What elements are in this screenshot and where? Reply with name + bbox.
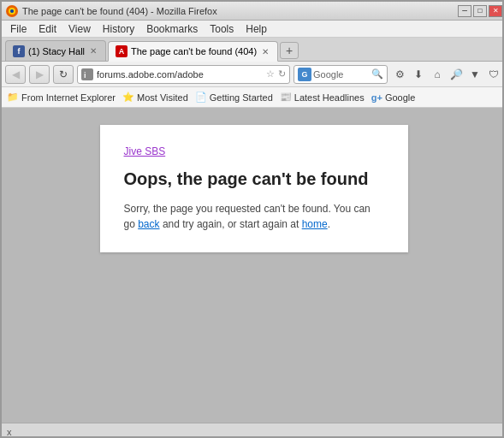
google-icon: G: [298, 68, 311, 81]
address-reload-icon[interactable]: ↻: [278, 68, 286, 80]
error-middle-text: and try again, or start again at: [160, 218, 302, 230]
menu-bar: File Edit View History Bookmarks Tools H…: [2, 21, 504, 38]
tab-bar: f (1) Stacy Hall ✕ A The page can't be f…: [2, 38, 504, 62]
nav-right-icons: ⚙ ⬇ ⌂ 🔎 ▼ 🛡: [391, 65, 502, 84]
tab-close-adobe[interactable]: ✕: [260, 47, 270, 56]
browser-window: The page can't be found (404) - Mozilla …: [2, 2, 504, 438]
minimize-button[interactable]: ─: [458, 5, 471, 17]
home-icon[interactable]: ⌂: [429, 65, 446, 84]
back-button[interactable]: ◀: [5, 65, 26, 84]
bookmark-start-label: Getting Started: [210, 92, 273, 103]
bookmark-most-icon: ⭐: [122, 92, 134, 103]
search-bar[interactable]: G Google 🔍: [294, 65, 388, 84]
svg-text:i: i: [84, 71, 86, 80]
bookmark-from-ie[interactable]: 📁 From Internet Explorer: [7, 92, 116, 103]
new-tab-button[interactable]: +: [280, 42, 299, 59]
window-title: The page can't be found (404) - Mozilla …: [22, 6, 217, 16]
bookmark-start-icon: 📄: [195, 92, 207, 103]
bookmark-most-label: Most Visited: [137, 92, 188, 103]
menu-bookmarks[interactable]: Bookmarks: [141, 21, 203, 37]
tab-adobe[interactable]: A The page can't be found (404) ✕: [108, 41, 278, 62]
search-placeholder: Google: [313, 69, 370, 80]
menu-history[interactable]: History: [98, 21, 139, 37]
menu-tools[interactable]: Tools: [205, 21, 239, 37]
bookmark-latest-headlines[interactable]: 📰 Latest Headlines: [280, 92, 365, 103]
bookmark-news-icon: 📰: [280, 92, 292, 103]
maximize-button[interactable]: □: [473, 5, 487, 17]
title-bar: The page can't be found (404) - Mozilla …: [2, 2, 504, 21]
address-favicon: i: [81, 68, 93, 80]
bookmark-most-visited[interactable]: ⭐ Most Visited: [122, 92, 188, 103]
bookmark-google[interactable]: g+ Google: [371, 92, 416, 103]
title-bar-controls: ─ □ ✕: [458, 5, 502, 17]
forward-button[interactable]: ▶: [29, 65, 50, 84]
address-star-icon[interactable]: ☆: [266, 68, 275, 80]
menu-edit[interactable]: Edit: [33, 21, 62, 37]
menu-file[interactable]: File: [5, 21, 32, 37]
zoom-icon[interactable]: 🔎: [448, 65, 465, 84]
close-button[interactable]: ✕: [489, 5, 502, 17]
address-bar[interactable]: i forums.adobe.com/adobe ☆ ↻: [77, 65, 290, 84]
error-card: Jive SBS Oops, the page can't be found S…: [100, 125, 408, 252]
status-text: x: [7, 427, 12, 437]
bookmark-google-label: Google: [385, 92, 415, 103]
bookmark-ie-label: From Internet Explorer: [21, 92, 116, 103]
firefox-icon: [5, 4, 19, 18]
bookmark-getting-started[interactable]: 📄 Getting Started: [195, 92, 273, 103]
bookmark-news-label: Latest Headlines: [294, 92, 365, 103]
tab-favicon-facebook: f: [13, 45, 25, 57]
tab-label-adobe: The page can't be found (404): [131, 46, 257, 56]
address-url: forums.adobe.com/adobe: [97, 69, 263, 80]
home-link[interactable]: home: [302, 218, 328, 230]
search-mag-icon[interactable]: 🔍: [371, 68, 383, 80]
error-breadcrumb[interactable]: Jive SBS: [124, 145, 384, 157]
refresh-button[interactable]: ↻: [53, 65, 74, 84]
tab-facebook[interactable]: f (1) Stacy Hall ✕: [5, 40, 106, 61]
error-title: Oops, the page can't be found: [124, 169, 384, 189]
nav-bar: ◀ ▶ ↻ i forums.adobe.com/adobe ☆ ↻ G Goo…: [2, 62, 504, 87]
shield-icon[interactable]: 🛡: [485, 65, 502, 84]
bookmark-ie-icon: 📁: [7, 92, 19, 103]
download-icon[interactable]: ⬇: [410, 65, 427, 84]
bookmark-google-icon: g+: [371, 92, 382, 103]
back-link[interactable]: back: [138, 218, 159, 230]
tab-favicon-adobe: A: [116, 45, 127, 57]
menu-help[interactable]: Help: [240, 21, 272, 37]
error-end-text: .: [328, 218, 330, 230]
title-bar-left: The page can't be found (404) - Mozilla …: [5, 4, 217, 18]
status-bar: x: [2, 423, 504, 438]
tab-label-facebook: (1) Stacy Hall: [28, 46, 85, 56]
bookmarks-bar: 📁 From Internet Explorer ⭐ Most Visited …: [2, 87, 504, 108]
tab-close-facebook[interactable]: ✕: [88, 46, 98, 56]
more-icon[interactable]: ▼: [466, 65, 483, 84]
error-body: Sorry, the page you requested can't be f…: [124, 201, 384, 232]
svg-point-2: [10, 9, 14, 13]
menu-view[interactable]: View: [63, 21, 96, 37]
settings-icon[interactable]: ⚙: [391, 65, 408, 84]
content-area: Jive SBS Oops, the page can't be found S…: [2, 108, 504, 423]
